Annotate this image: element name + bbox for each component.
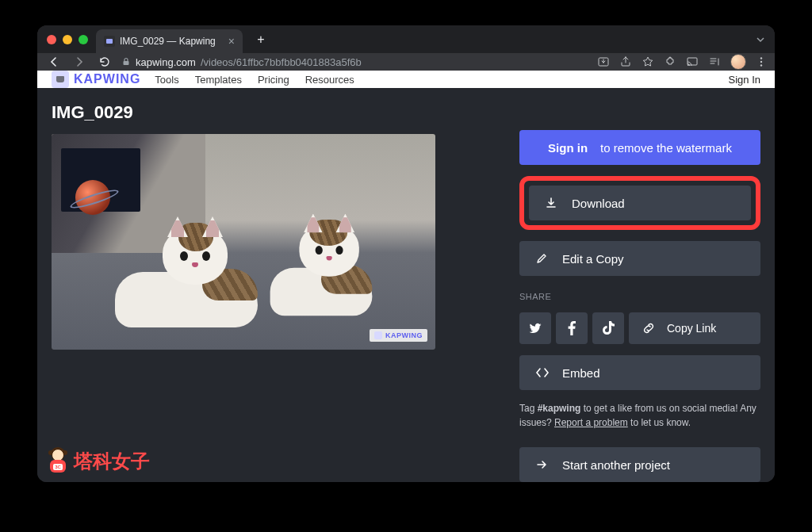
window-fullscreen[interactable] xyxy=(79,35,88,44)
share-section-label: SHARE xyxy=(519,292,760,301)
copy-link-button[interactable]: Copy Link xyxy=(629,312,760,344)
video-frame-illustration xyxy=(52,134,435,350)
download-label: Download xyxy=(572,197,625,210)
overlay-branding: 3C 塔科女子 xyxy=(47,449,150,474)
actions-column: Sign in to remove the watermark Download… xyxy=(519,102,760,482)
copy-link-label: Copy Link xyxy=(667,322,716,335)
svg-rect-1 xyxy=(124,61,129,65)
tab-favicon-icon xyxy=(104,36,115,47)
address-bar-actions xyxy=(597,54,767,70)
share-facebook-button[interactable] xyxy=(556,312,588,344)
share-tiktok-button[interactable] xyxy=(592,312,624,344)
preview-column: IMG_0029 KAPWING xyxy=(52,102,435,482)
embed-button[interactable]: Embed xyxy=(519,355,760,390)
brand-logo[interactable]: KAPWING xyxy=(52,71,140,88)
svg-point-8 xyxy=(760,64,762,66)
window-minimize[interactable] xyxy=(63,35,72,44)
tab-close-icon[interactable]: × xyxy=(228,35,235,48)
install-app-icon[interactable] xyxy=(597,55,610,68)
signin-cta-rest: to remove the watermark xyxy=(600,141,732,155)
embed-label: Embed xyxy=(562,366,600,380)
forward-icon[interactable] xyxy=(71,53,88,71)
reload-icon[interactable] xyxy=(96,53,113,71)
nav-pricing[interactable]: Pricing xyxy=(258,74,289,86)
svg-point-5 xyxy=(688,65,689,67)
back-icon[interactable] xyxy=(45,53,63,71)
url-domain: kapwing.com xyxy=(136,56,196,68)
share-twitter-button[interactable] xyxy=(519,312,551,344)
address-bar: kapwing.com/videos/61ffbc7bbfbb0401883a5… xyxy=(37,53,775,71)
nav-resources[interactable]: Resources xyxy=(305,74,354,86)
edit-copy-button[interactable]: Edit a Copy xyxy=(519,241,760,276)
start-another-button[interactable]: Start another project xyxy=(519,447,760,482)
lock-icon xyxy=(121,57,131,67)
edit-copy-label: Edit a Copy xyxy=(562,252,624,266)
share-row: Copy Link xyxy=(519,312,760,344)
traffic-lights xyxy=(47,35,88,44)
nav-templates[interactable]: Templates xyxy=(195,74,242,86)
arrow-right-icon xyxy=(535,458,550,471)
svg-point-3 xyxy=(669,57,671,59)
link-icon xyxy=(642,321,656,335)
profile-avatar[interactable] xyxy=(730,54,746,70)
brand-name: KAPWING xyxy=(74,72,140,86)
url-field[interactable]: kapwing.com/videos/61ffbc7bbfbb0401883a5… xyxy=(121,56,589,68)
watermark-logo-icon xyxy=(374,331,382,339)
svg-point-7 xyxy=(760,61,762,63)
overlay-branding-text: 塔科女子 xyxy=(74,449,150,474)
report-problem-link[interactable]: Report a problem xyxy=(554,417,628,428)
download-highlight: Download xyxy=(519,176,760,230)
header-nav: Tools Templates Pricing Resources xyxy=(155,74,354,86)
svg-rect-0 xyxy=(106,39,113,44)
twitter-icon xyxy=(528,321,542,335)
url-path: /videos/61ffbc7bbfbb0401883a5f6b xyxy=(201,56,362,68)
window-close[interactable] xyxy=(47,35,56,44)
header-signin[interactable]: Sign In xyxy=(729,74,760,86)
new-tab-button[interactable]: + xyxy=(251,29,271,50)
video-preview[interactable]: KAPWING xyxy=(52,134,435,350)
download-button[interactable]: Download xyxy=(529,186,751,220)
download-icon xyxy=(545,197,559,209)
tiktok-icon xyxy=(602,321,615,335)
file-title: IMG_0029 xyxy=(52,102,435,123)
share-icon[interactable] xyxy=(619,55,632,68)
browser-menu-icon[interactable] xyxy=(756,56,767,67)
page-content: IMG_0029 KAPWING Sign in to remove the w… xyxy=(37,88,775,482)
nav-tools[interactable]: Tools xyxy=(155,74,178,86)
tab-title: IMG_0029 — Kapwing xyxy=(120,36,224,47)
tab-bar: IMG_0029 — Kapwing × + xyxy=(37,25,775,53)
brand-logo-icon xyxy=(52,71,69,88)
reading-list-icon[interactable] xyxy=(708,55,721,68)
site-header: KAPWING Tools Templates Pricing Resource… xyxy=(37,71,775,88)
tabs-menu-icon[interactable] xyxy=(756,35,765,44)
cast-icon[interactable] xyxy=(686,55,699,68)
browser-tab[interactable]: IMG_0029 — Kapwing × xyxy=(96,29,243,53)
browser-window: IMG_0029 — Kapwing × + kapwing.com/video… xyxy=(37,25,775,482)
signin-remove-watermark-button[interactable]: Sign in to remove the watermark xyxy=(519,130,760,165)
video-watermark: KAPWING xyxy=(370,329,427,342)
footer-note: Tag #kapwing to get a like from us on so… xyxy=(519,401,760,430)
facebook-icon xyxy=(568,321,576,335)
embed-icon xyxy=(535,367,550,378)
signin-cta-bold: Sign in xyxy=(548,141,588,155)
extensions-icon[interactable] xyxy=(664,55,676,68)
svg-point-6 xyxy=(760,57,762,59)
pencil-icon xyxy=(535,252,550,265)
watermark-text: KAPWING xyxy=(385,331,423,339)
hashtag: #kapwing xyxy=(538,403,581,414)
bookmark-star-icon[interactable] xyxy=(642,55,654,68)
overlay-mascot-icon: 3C xyxy=(47,449,69,474)
start-another-label: Start another project xyxy=(562,458,670,472)
